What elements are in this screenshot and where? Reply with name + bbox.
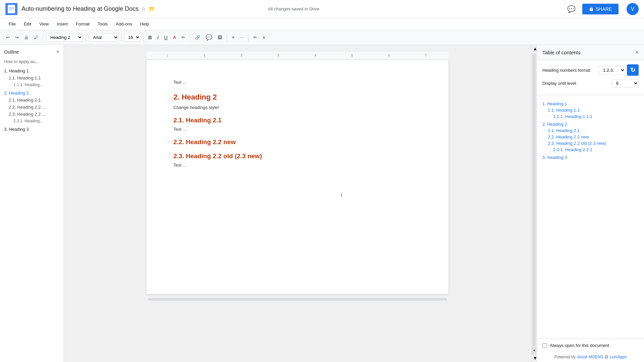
heading-2-3[interactable]: 2.3. Heading 2.2 old (2.3 new) — [173, 153, 422, 160]
menu-addons[interactable]: Add-ons — [112, 20, 135, 28]
toolbar-separator-5 — [190, 34, 190, 42]
outline-item-heading3[interactable]: 3. Heading 3 — [4, 126, 59, 133]
outline-item-heading2[interactable]: 2. Heading 2 — [4, 89, 59, 97]
bold-button[interactable]: B — [146, 33, 154, 42]
print-button[interactable]: 🖨 — [22, 34, 31, 41]
scroll-to-bottom-button[interactable]: + — [532, 347, 537, 354]
user-avatar[interactable]: V — [627, 3, 639, 15]
menu-view[interactable]: View — [36, 20, 52, 28]
comment-icon[interactable]: 💬 — [567, 5, 576, 13]
h-scroll-track[interactable] — [148, 298, 447, 301]
toc-footer: Always open for this document — [537, 339, 644, 352]
author-link[interactable]: Josué MOENS — [577, 355, 604, 359]
toc-refresh-button[interactable]: ↻ — [627, 64, 639, 76]
document-area[interactable]: | 1 2 3 4 5 6 7 Text … 2. Heading 2 Chan… — [64, 45, 531, 362]
redo-button[interactable]: ↪ — [13, 34, 21, 41]
outline-item-heading1-1[interactable]: 1.1. Heading 1.1 — [4, 74, 59, 81]
display-level-select[interactable]: 6 1 2 3 4 5 — [612, 79, 639, 87]
ruler-num-3: 3 — [277, 54, 279, 57]
toc-item-2-3[interactable]: 2.3. Heading 2.2 old (2.3 new) — [542, 140, 639, 146]
scroll-thumb[interactable] — [532, 53, 536, 346]
ruler: | 1 2 3 4 5 6 7 — [147, 52, 448, 60]
link-button[interactable]: 🔗 — [193, 34, 202, 41]
share-button[interactable]: SHARE — [582, 4, 619, 14]
vertical-scrollbar[interactable]: ▲ + ▼ — [531, 45, 537, 362]
outline-item-heading1[interactable]: 1. Heading 1 — [4, 67, 59, 74]
display-level-row: Display until level 6 1 2 3 4 5 — [542, 79, 639, 87]
toolbar-separator-2 — [86, 34, 86, 42]
toc-panel: Table of contents × Heading numbers form… — [537, 45, 644, 362]
horizontal-scrollbar[interactable] — [147, 297, 448, 302]
ruler-num-2: 2 — [240, 54, 243, 57]
outline-item-heading1-1-1[interactable]: 1.1.1. Heading... — [4, 81, 59, 88]
outline-close-button[interactable]: × — [56, 49, 59, 55]
heading-2[interactable]: 2. Heading 2 — [173, 93, 422, 102]
heading-2-2[interactable]: 2.2. Heading 2.2 new — [173, 138, 422, 146]
scroll-up-button[interactable]: ▲ — [532, 45, 537, 53]
insert-image-button[interactable]: 🖼 — [216, 34, 224, 41]
menu-tools[interactable]: Tools — [94, 20, 111, 28]
heading-2-1[interactable]: 2.1. Heading 2.1 — [173, 117, 422, 124]
toc-item-1[interactable]: 1. Heading 1 — [542, 101, 639, 107]
add-comment-button[interactable]: 💬 — [204, 33, 214, 42]
toolbar-separator-3 — [121, 34, 122, 42]
edit-mode-button[interactable]: ✏ — [251, 34, 259, 41]
menu-edit[interactable]: Edit — [20, 20, 35, 28]
ruler-num-neg1: | — [167, 54, 168, 57]
doc-title[interactable]: Auto-numbering to Heading at Google Docs — [21, 5, 139, 12]
format-setting-row: Heading numbers format 1.2.3. 1.2.3 ↻ — [542, 64, 639, 76]
document-page[interactable]: Text … 2. Heading 2 Change headings styl… — [147, 60, 448, 294]
heading2-1-body[interactable]: Text … — [173, 127, 422, 132]
toc-item-1-1-1[interactable]: 1.1.1. Heading 1.1.1 — [542, 113, 639, 120]
heading2-3-body[interactable]: Text … — [173, 163, 422, 168]
format-select[interactable]: 1.2.3. 1.2.3 — [599, 66, 626, 74]
always-open-label[interactable]: Always open for this document — [550, 343, 609, 348]
menu-format[interactable]: Format — [72, 20, 93, 28]
star-icon[interactable]: ☆ — [141, 6, 146, 12]
toc-item-2-1[interactable]: 2.1. Heading 2.1 — [542, 127, 639, 134]
menu-help[interactable]: Help — [137, 20, 153, 28]
outline-panel: Outline × How to apply au... 1. Heading … — [0, 45, 64, 362]
paint-format-button[interactable]: 🖊 — [32, 34, 40, 41]
scroll-down-button[interactable]: ▼ — [532, 354, 537, 362]
toc-item-3[interactable]: 3. Heading 3 — [542, 154, 639, 161]
toc-item-2[interactable]: 2. Heading 2 — [542, 121, 639, 127]
ruler-num-1: 1 — [204, 54, 206, 57]
outline-item-heading2-3[interactable]: 2.3. Heading 2.2 ... — [4, 111, 59, 118]
font-size-select[interactable]: 16 12 14 18 — [124, 33, 141, 42]
cursor-position: | — [341, 192, 342, 197]
folder-icon[interactable]: 📁 — [149, 6, 155, 12]
undo-button[interactable]: ↩ — [4, 34, 12, 41]
outline-item-heading2-2[interactable]: 2.2. Heading 2.2 ... — [4, 104, 59, 111]
toc-close-button[interactable]: × — [635, 49, 639, 56]
underline-button[interactable]: U — [162, 33, 170, 42]
italic-button[interactable]: I — [155, 33, 161, 42]
text-above: Text … — [173, 80, 422, 85]
toc-item-2-2[interactable]: 2.2. Heading 2.2 new — [542, 134, 639, 140]
always-open-checkbox[interactable] — [542, 343, 547, 348]
toolbar-separator-6 — [227, 34, 227, 42]
company-link[interactable]: LumApps — [610, 355, 627, 359]
style-select[interactable]: Heading 2 Normal text Heading 1 Heading … — [46, 33, 83, 42]
company-name[interactable]: LumApps — [610, 355, 627, 359]
toc-item-2-3-1[interactable]: 2.3.1. Heading 2.2.1 — [542, 146, 639, 153]
toc-item-1-1[interactable]: 1.1. Heading 1.1 — [542, 107, 639, 113]
font-select[interactable]: Arial — [89, 33, 119, 42]
outline-item-heading2-3-1[interactable]: 2.3.1. Heading... — [4, 118, 59, 124]
outline-item-heading2-1[interactable]: 2.1. Heading 2.1 — [4, 97, 59, 104]
menu-insert[interactable]: Insert — [53, 20, 71, 28]
svg-rect-4 — [9, 9, 13, 10]
font-color-button[interactable]: A — [171, 34, 178, 41]
highlight-button[interactable]: ✏ — [179, 34, 187, 41]
collapse-toolbar-button[interactable]: ∧ — [260, 34, 268, 41]
toolbar-separator-1 — [43, 34, 43, 42]
heading2-body[interactable]: Change headings style! — [173, 105, 422, 110]
lock-icon — [589, 7, 594, 11]
align-button[interactable]: ≡ — [230, 34, 236, 41]
menu-file[interactable]: File — [5, 20, 19, 28]
outline-header: Outline × — [4, 49, 59, 55]
ruler-num-5: 5 — [351, 54, 353, 57]
author-name[interactable]: Josué MOENS — [577, 355, 603, 359]
more-options-button[interactable]: ··· — [238, 34, 246, 41]
title-bar: Auto-numbering to Heading at Google Docs… — [0, 0, 644, 18]
